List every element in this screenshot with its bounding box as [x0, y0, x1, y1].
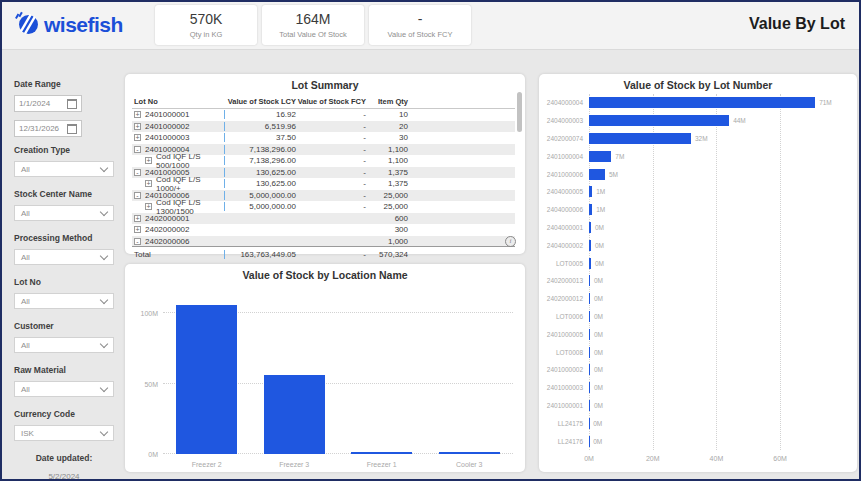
lot-no-value: 2402000006	[145, 237, 190, 246]
brand-name: wisefish	[44, 13, 123, 37]
expand-icon[interactable]: +	[134, 226, 141, 233]
collapse-icon[interactable]: -	[134, 238, 141, 245]
filter-stock-center-name: Stock Center NameAll	[14, 189, 114, 221]
kpi-total-value-of-stock: 164M Total Value Of Stock	[262, 5, 364, 45]
lot-summary-scrollbar[interactable]	[517, 92, 522, 132]
bar-freezer-3[interactable]	[264, 375, 325, 454]
filter-processing-method: Processing MethodAll	[14, 233, 114, 265]
bar-data-label: 5M	[609, 171, 618, 178]
x-axis-tick-label: 20M	[646, 455, 660, 462]
table-row[interactable]: +2402000002300	[132, 224, 515, 236]
bar-row: 24010000020M	[589, 364, 847, 375]
bar-data-label: 0M	[594, 277, 603, 284]
bar-2401000001[interactable]	[589, 400, 590, 411]
lot-number-chart-rows: 240400000471M240400000344M240200007432M2…	[589, 94, 847, 450]
column-header-item-qty[interactable]: Item Qty	[366, 97, 408, 106]
chevron-down-icon	[100, 295, 108, 303]
date-start-input[interactable]: 1/1/2024	[14, 95, 82, 112]
bar-2401000004[interactable]	[589, 151, 611, 162]
date-end-input[interactable]: 12/31/2026	[14, 120, 82, 137]
value-fcy-cell: -	[296, 179, 366, 188]
filter-dropdown-processing-method[interactable]: All	[14, 249, 114, 265]
lot-no-cell: +2402000001	[132, 214, 224, 223]
location-chart-card: Value of Stock by Location Name 0M50M100…	[125, 264, 525, 472]
bar-2402000012[interactable]	[589, 293, 590, 304]
filter-dropdown-lot-no[interactable]: All	[14, 293, 114, 309]
value-lcy-cell: 7,138,296.00	[224, 145, 296, 154]
item-qty-cell: 1,375	[366, 179, 408, 188]
expand-icon[interactable]: +	[134, 111, 141, 118]
bar-2401000006[interactable]	[589, 169, 605, 180]
bar-freezer-1[interactable]	[351, 452, 412, 454]
filter-dropdown-raw-material[interactable]: All	[14, 381, 114, 397]
bar-data-label: 0M	[593, 438, 602, 445]
item-qty-cell: 1,000	[366, 237, 408, 246]
bar-lot0008[interactable]	[589, 347, 590, 358]
value-fcy-cell: -	[296, 133, 366, 142]
lot-no-value: 2401000003	[145, 133, 190, 142]
expand-icon[interactable]: +	[134, 134, 141, 141]
filter-value: All	[21, 209, 30, 218]
bar-2404000003[interactable]	[589, 115, 729, 126]
bar-2404000005[interactable]	[589, 186, 592, 197]
expand-icon[interactable]: +	[145, 157, 152, 164]
filter-dropdown-customer[interactable]: All	[14, 337, 114, 353]
bar-row: 24020000120M	[589, 293, 847, 304]
bar-2402000013[interactable]	[589, 275, 590, 286]
table-total-row: Total 163,763,449.05 - 570,324	[132, 246, 515, 261]
y-axis-category-label: 2401000005	[539, 331, 583, 338]
table-row[interactable]: +Cod IQF L/S 1300/15005,000,000.00-25,00…	[132, 201, 515, 213]
calendar-icon[interactable]	[67, 124, 77, 134]
column-header-value-lcy[interactable]: Value of Stock LCY	[224, 97, 296, 106]
filter-dropdown-creation-type[interactable]: All	[14, 161, 114, 177]
table-row[interactable]: -24020000061,000	[132, 236, 515, 247]
value-fcy-cell: -	[296, 110, 366, 119]
item-qty-cell: 30	[366, 133, 408, 142]
date-start-value: 1/1/2024	[19, 99, 50, 108]
bar-2401000003[interactable]	[589, 382, 590, 393]
bar-cooler-3[interactable]	[439, 452, 500, 454]
bar-2404000001[interactable]	[589, 222, 591, 233]
bar-row: LL241750M	[589, 418, 847, 429]
bar-lot0005[interactable]	[589, 258, 591, 269]
column-header-lot-no[interactable]: Lot No	[132, 97, 224, 106]
bar-data-label: 0M	[594, 402, 603, 409]
bar-2404000002[interactable]	[589, 240, 591, 251]
expand-icon[interactable]: +	[145, 180, 152, 187]
table-row[interactable]: +240100000116.92-10	[132, 109, 515, 121]
filter-dropdown-currency-code[interactable]: ISK	[14, 425, 114, 441]
bar-row: 24010000047M	[589, 151, 847, 162]
bar-lot0006[interactable]	[589, 311, 590, 322]
bar-freezer-2[interactable]	[176, 305, 237, 454]
bar-slot	[163, 299, 251, 454]
table-row[interactable]: +Cod IQF L/S 1000/+130,625.00-1,375	[132, 178, 515, 190]
chevron-down-icon	[100, 339, 108, 347]
calendar-icon[interactable]	[67, 99, 77, 109]
expand-icon[interactable]: +	[145, 203, 152, 210]
info-icon[interactable]: i	[505, 236, 516, 247]
expand-icon[interactable]: +	[134, 123, 141, 130]
table-row[interactable]: +240100000337.50-30	[132, 132, 515, 144]
item-qty-cell: 25,000	[366, 191, 408, 200]
kpi-value: 570K	[190, 11, 223, 27]
y-axis-category-label: 2401000003	[539, 384, 583, 391]
table-row[interactable]: +24010000026,519.96-20	[132, 121, 515, 133]
filter-label: Currency Code	[14, 409, 114, 419]
table-row[interactable]: +Cod IQF L/S 500/10007,138,296.00-1,100	[132, 155, 515, 167]
lot-no-value: 2401000002	[145, 122, 190, 131]
bar-2401000002[interactable]	[589, 364, 590, 375]
bar-2404000006[interactable]	[589, 204, 592, 215]
bar-2402000074[interactable]	[589, 133, 691, 144]
bar-2404000004[interactable]	[589, 97, 815, 108]
y-axis-tick-label: 0M	[148, 451, 158, 458]
bar-row: LL241760M	[589, 436, 847, 447]
filter-value: All	[21, 341, 30, 350]
wisefish-logo-icon	[15, 11, 39, 39]
expand-icon[interactable]: +	[134, 215, 141, 222]
date-updated-label: Date updated:	[14, 453, 114, 463]
column-header-value-fcy[interactable]: Value of Stock FCY	[296, 97, 366, 106]
table-row[interactable]: +2402000001600	[132, 213, 515, 225]
bar-2401000005[interactable]	[589, 329, 590, 340]
filter-dropdown-stock-center-name[interactable]: All	[14, 205, 114, 221]
bar-data-label: 7M	[615, 153, 624, 160]
